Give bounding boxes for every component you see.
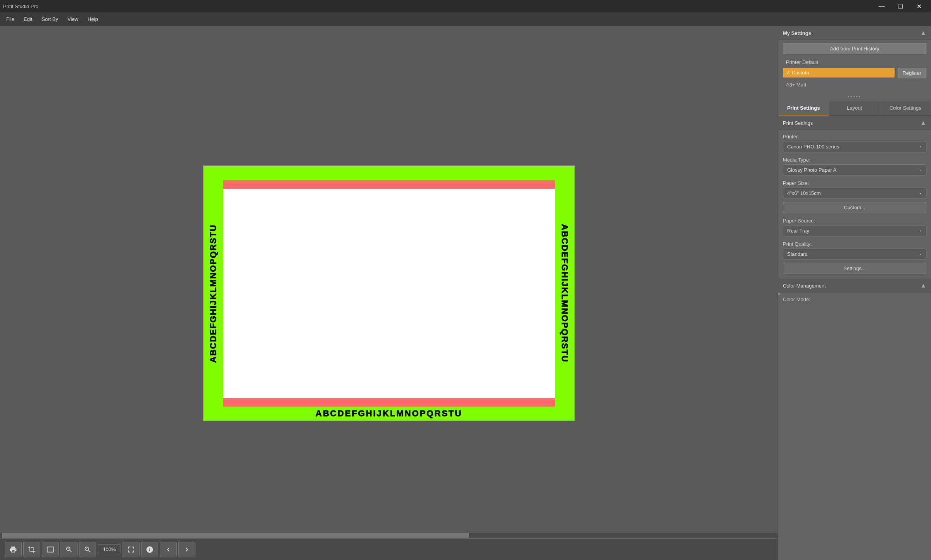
color-mode-label: Color Mode: bbox=[783, 296, 926, 302]
panel-resize-handle[interactable] bbox=[778, 26, 781, 560]
border-red-bottom bbox=[223, 398, 555, 407]
paper-source-group: Paper Source: Rear Tray Manual Feed bbox=[778, 218, 931, 236]
letter-strip-right: ABCDEFGHIJKLMNOPQRSTU bbox=[555, 166, 574, 420]
drag-handle: ••••• bbox=[778, 93, 931, 101]
print-settings-panel: Print Settings ▲ Printer: Canon PRO-100 … bbox=[778, 116, 931, 560]
a3matt-settings-item[interactable]: A3+ Matt bbox=[783, 80, 926, 90]
menu-sortby[interactable]: Sort By bbox=[37, 15, 63, 24]
paper-source-label: Paper Source: bbox=[783, 218, 926, 224]
letter-strip-bottom: ABCDEFGHIJKLMNOPQRSTU bbox=[204, 407, 574, 420]
media-type-label: Media Type: bbox=[783, 157, 926, 163]
my-settings-section: My Settings ▲ Add from Print History Pri… bbox=[778, 26, 931, 93]
tool-zoom-out-button[interactable] bbox=[60, 542, 78, 557]
tool-print-button[interactable] bbox=[5, 542, 22, 557]
tool-next-button[interactable] bbox=[178, 542, 195, 557]
bottom-toolbar: 100% bbox=[0, 538, 778, 560]
my-settings-header: My Settings ▲ bbox=[778, 26, 931, 40]
tool-zoom-in-button[interactable] bbox=[79, 542, 96, 557]
menu-view[interactable]: View bbox=[63, 15, 83, 24]
window-controls: — ☐ ✕ bbox=[873, 0, 928, 12]
print-settings-section-title: Print Settings bbox=[783, 120, 813, 126]
titlebar: Print Studio Pro — ☐ ✕ bbox=[0, 0, 931, 12]
paper-size-select[interactable]: 4"x6" 10x15cm 5"x7" 13x18cm A4 Letter bbox=[783, 188, 926, 199]
printer-default-item[interactable]: Printer Default bbox=[783, 57, 926, 67]
main-content: ABCDEFGHIJKLMNOPQRSTU ABCDEFGHIJKLMNOPQR… bbox=[0, 26, 931, 560]
printer-group: Printer: Canon PRO-100 series Canon PRO-… bbox=[778, 134, 931, 152]
minimize-button[interactable]: — bbox=[873, 0, 891, 12]
border-green-top bbox=[204, 166, 574, 180]
menubar: File Edit Sort By View Help bbox=[0, 12, 931, 26]
printer-label: Printer: bbox=[783, 134, 926, 140]
horizontal-scrollbar[interactable] bbox=[0, 533, 778, 538]
menu-edit[interactable]: Edit bbox=[19, 15, 37, 24]
settings-list: Printer Default Custom Register A3+ Matt bbox=[778, 57, 931, 93]
printer-select[interactable]: Canon PRO-100 series Canon PRO-10 series… bbox=[783, 141, 926, 152]
my-settings-title: My Settings bbox=[783, 30, 811, 36]
zoom-level: 100% bbox=[98, 544, 121, 554]
print-canvas[interactable]: ABCDEFGHIJKLMNOPQRSTU ABCDEFGHIJKLMNOPQR… bbox=[203, 165, 575, 421]
media-type-select[interactable]: Glossy Photo Paper A Glossy Photo Paper … bbox=[783, 164, 926, 176]
register-button[interactable]: Register bbox=[898, 68, 926, 78]
tool-info-button[interactable] bbox=[141, 542, 158, 557]
letter-strip-left: ABCDEFGHIJKLMNOPQRSTU bbox=[204, 166, 223, 420]
paper-source-select[interactable]: Rear Tray Manual Feed bbox=[783, 225, 926, 236]
add-from-history-button[interactable]: Add from Print History bbox=[783, 43, 926, 54]
menu-file[interactable]: File bbox=[2, 15, 19, 24]
maximize-button[interactable]: ☐ bbox=[891, 0, 909, 12]
color-management-title: Color Management bbox=[783, 283, 826, 289]
paper-size-group: Paper Size: 4"x6" 10x15cm 5"x7" 13x18cm … bbox=[778, 180, 931, 213]
print-quality-label: Print Quality: bbox=[783, 241, 926, 247]
print-settings-section-header: Print Settings ▲ bbox=[778, 116, 931, 130]
menu-help[interactable]: Help bbox=[83, 15, 103, 24]
tool-fit-button[interactable] bbox=[123, 542, 140, 557]
close-button[interactable]: ✕ bbox=[910, 0, 928, 12]
media-type-group: Media Type: Glossy Photo Paper A Glossy … bbox=[778, 157, 931, 176]
print-quality-select[interactable]: Standard High Draft bbox=[783, 248, 926, 260]
custom-paper-button[interactable]: Custom... bbox=[783, 202, 926, 213]
color-management-section: Color Management ▲ Color Mode: bbox=[778, 279, 931, 302]
color-management-collapse-button[interactable]: ▲ bbox=[920, 282, 926, 289]
custom-settings-row: Custom Register bbox=[783, 67, 926, 78]
app-title: Print Studio Pro bbox=[3, 3, 873, 9]
color-management-header: Color Management ▲ bbox=[778, 279, 931, 293]
right-panel: My Settings ▲ Add from Print History Pri… bbox=[778, 26, 931, 560]
tool-display-button[interactable] bbox=[42, 542, 59, 557]
border-red-top bbox=[223, 180, 555, 189]
tab-color-settings[interactable]: Color Settings bbox=[880, 101, 931, 115]
my-settings-collapse-button[interactable]: ▲ bbox=[920, 29, 926, 36]
canvas-area: ABCDEFGHIJKLMNOPQRSTU ABCDEFGHIJKLMNOPQR… bbox=[0, 26, 778, 560]
print-quality-group: Print Quality: Standard High Draft Setti… bbox=[778, 241, 931, 274]
tab-print-settings[interactable]: Print Settings bbox=[778, 101, 829, 115]
paper-size-label: Paper Size: bbox=[783, 180, 926, 186]
tabs: Print Settings Layout Color Settings bbox=[778, 101, 931, 116]
color-mode-group: Color Mode: bbox=[778, 296, 931, 302]
tab-layout[interactable]: Layout bbox=[829, 101, 880, 115]
print-settings-collapse-button[interactable]: ▲ bbox=[920, 119, 926, 126]
custom-settings-item[interactable]: Custom bbox=[783, 68, 895, 78]
scrollbar-thumb-horizontal[interactable] bbox=[2, 533, 469, 538]
tool-crop-button[interactable] bbox=[23, 542, 40, 557]
settings-advanced-button[interactable]: Settings... bbox=[783, 263, 926, 274]
tool-prev-button[interactable] bbox=[160, 542, 177, 557]
